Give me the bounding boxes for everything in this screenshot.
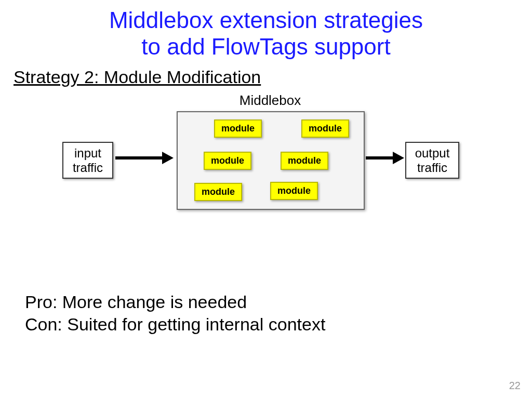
middlebox-container: module module module module module modul…	[177, 111, 365, 210]
module-box-3: module	[204, 152, 251, 170]
module-box-5: module	[194, 183, 242, 201]
strategy-subtitle: Strategy 2: Module Modification	[14, 67, 532, 87]
slide-title: Middlebox extension strategies to add Fl…	[0, 7, 532, 60]
pro-line: Pro: More change is needed	[25, 291, 532, 313]
module-box-6: module	[270, 182, 318, 200]
flow-diagram: input traffic Middlebox module module mo…	[0, 87, 532, 243]
title-line-2: to add FlowTags support	[141, 34, 390, 59]
con-line: Con: Suited for getting internal context	[25, 313, 532, 336]
page-number: 22	[509, 380, 521, 392]
title-line-1: Middlebox extension strategies	[109, 7, 423, 33]
input-traffic-label: input traffic	[73, 146, 103, 175]
module-box-2: module	[301, 119, 349, 138]
middlebox-caption: Middlebox	[177, 92, 364, 109]
pro-con-notes: Pro: More change is needed Con: Suited f…	[25, 291, 532, 335]
module-box-1: module	[214, 119, 262, 138]
input-traffic-box: input traffic	[62, 142, 113, 179]
module-box-4: module	[281, 152, 328, 170]
output-traffic-box: output traffic	[405, 142, 459, 179]
output-traffic-label: output traffic	[415, 146, 450, 175]
